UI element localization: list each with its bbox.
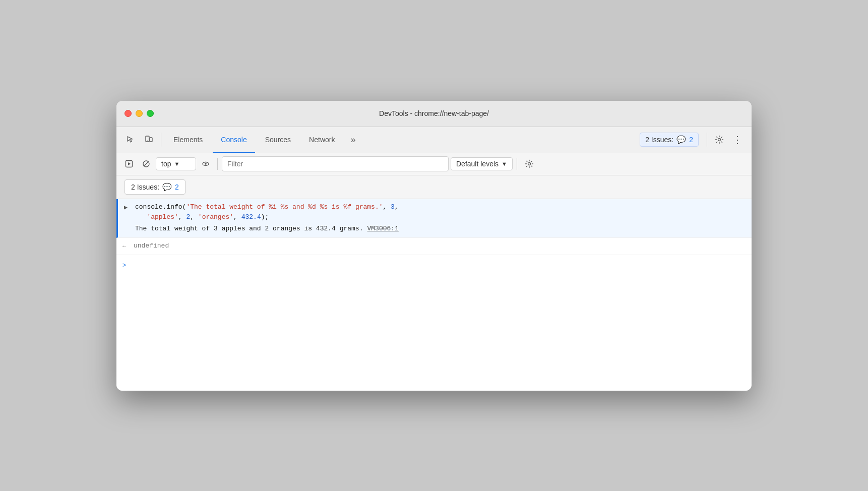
context-dropdown-icon: ▼ [174,161,179,167]
console-entry-info: console.info('The total weight of %i %s … [116,199,752,238]
issues-pill-count: 2 [175,183,179,191]
more-options-button[interactable]: ⋮ [729,132,746,148]
toolbar-divider-1 [161,133,161,147]
log-levels-label: Default levels [456,160,499,168]
maximize-button[interactable] [147,110,154,117]
issues-icon: 💬 [676,135,686,144]
code-line-1: console.info('The total weight of %i %s … [135,202,748,213]
issues-pill-label: 2 Issues: [131,183,159,191]
issues-label: 2 Issues: [645,136,673,144]
traffic-lights [125,110,154,117]
svg-point-9 [205,163,207,165]
device-toolbar-button[interactable] [141,132,157,148]
svg-line-7 [144,161,149,166]
toolbar-divider-2 [707,133,707,147]
result-value: undefined [134,241,169,252]
minimize-button[interactable] [136,110,143,117]
tab-sources[interactable]: Sources [257,127,299,153]
console-entry-result: undefined [116,238,752,255]
settings-button[interactable] [711,132,727,148]
result-arrow [122,242,130,252]
svg-point-10 [528,163,530,165]
tab-network[interactable]: Network [301,127,343,153]
svg-rect-1 [150,138,152,142]
vm-link[interactable]: VM3006:1 [367,224,398,234]
more-tabs-button[interactable]: » [345,132,361,148]
issues-badge[interactable]: 2 Issues: 💬 2 [640,133,699,147]
log-levels-selector[interactable]: Default levels ▼ [451,157,513,170]
console-output-line: The total weight of 3 apples and 2 orang… [135,224,748,234]
issues-pill[interactable]: 2 Issues: 💬 2 [125,179,185,195]
issues-count: 2 [689,136,693,144]
clear-console-button[interactable] [139,156,154,171]
close-button[interactable] [125,110,132,117]
window-title: DevTools - chrome://new-tab-page/ [379,109,489,117]
settings-divider [517,158,517,170]
log-levels-icon: ▼ [502,161,507,167]
inspect-element-button[interactable] [122,132,139,148]
console-entry-prompt[interactable] [116,255,752,276]
devtools-window: DevTools - chrome://new-tab-page/ Elemen… [116,101,752,391]
issues-pill-icon: 💬 [162,182,172,192]
main-toolbar: Elements Console Sources Network » 2 Iss… [116,127,752,153]
context-selector[interactable]: top ▼ [156,157,196,170]
svg-point-3 [718,139,721,141]
console-toolbar: top ▼ Default levels ▼ [116,153,752,175]
expand-arrow[interactable] [124,203,131,213]
filter-input[interactable] [222,156,449,171]
play-button[interactable] [121,156,137,171]
context-label: top [161,160,171,168]
filter-divider [217,158,218,170]
code-line-2: 'apples', 2, 'oranges', 432.4); [135,212,748,223]
output-text: The total weight of 3 apples and 2 orang… [135,224,363,234]
console-settings-button[interactable] [521,156,537,172]
console-code-block: console.info('The total weight of %i %s … [135,202,748,234]
issues-bar: 2 Issues: 💬 2 [116,175,752,199]
title-bar: DevTools - chrome://new-tab-page/ [116,101,752,127]
console-content: console.info('The total weight of %i %s … [116,199,752,391]
tab-elements[interactable]: Elements [165,127,211,153]
tab-console[interactable]: Console [213,127,255,153]
svg-marker-5 [128,162,131,165]
eye-button[interactable] [198,156,213,171]
prompt-arrow [122,261,130,271]
